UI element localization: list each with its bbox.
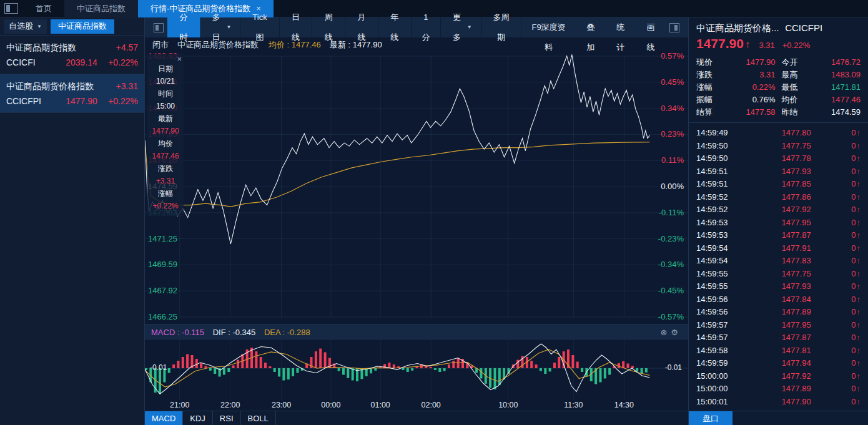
period-button-多周期[interactable]: 多周期	[481, 17, 522, 37]
tool-button[interactable]: F9深度资料	[521, 17, 575, 37]
trade-time: 14:59:55	[696, 280, 741, 293]
trade-row[interactable]: 14:59:591477.940↑	[689, 357, 868, 370]
collapse-left-panel-icon[interactable]	[154, 23, 164, 32]
quote-stats: 现价1477.90今开1476.72涨跌3.31最高1483.09涨幅0.22%…	[689, 56, 868, 119]
indicator-tab-MACD[interactable]: MACD	[145, 411, 183, 425]
trade-price: 1477.75	[741, 140, 851, 153]
trade-volume: 0	[851, 165, 856, 178]
stat-label: 均价	[782, 94, 808, 106]
trade-row[interactable]: 14:59:581477.810↑	[689, 344, 868, 358]
trade-row[interactable]: 14:59:561477.890↑	[689, 306, 868, 319]
window-tab[interactable]: 中证商品指数	[64, 0, 138, 17]
up-arrow-icon: ↑	[857, 191, 861, 204]
trade-row[interactable]: 14:59:561477.840↑	[689, 293, 868, 306]
instrument-name: 中证商品期货价格指数	[177, 37, 259, 52]
indicator-tab-BOLL[interactable]: BOLL	[241, 411, 276, 425]
order-book-tab[interactable]: 盘口	[689, 411, 732, 425]
trade-price: 1477.78	[741, 152, 851, 165]
watchlist-item[interactable]: 中证商品期货价格指数+3.31CCICFPI1477.90+0.22%	[0, 74, 144, 113]
percent-axis-label: 0.23%	[661, 129, 684, 139]
period-label: 多周期	[490, 7, 513, 47]
up-arrow-icon: ↑	[857, 357, 861, 370]
tool-button[interactable]: 画线	[636, 17, 666, 37]
period-buttons: 分时多日▼Tick图日线周线月线年线1分更多▼多周期	[167, 17, 521, 37]
watchlist-sidebar: 自选股 ▼ 中证商品指数 中证商品期货指数+4.57CCICFI2039.14+…	[0, 17, 145, 425]
indicator-tab-KDJ[interactable]: KDJ	[183, 411, 213, 425]
trade-row[interactable]: 14:59:541477.910↑	[689, 242, 868, 255]
window-tab-label: 行情-中证商品期货价格指数	[150, 4, 250, 13]
close-indicator-icon[interactable]: ⊗	[660, 328, 671, 337]
trade-row[interactable]: 14:59:501477.780↑	[689, 152, 868, 165]
trade-row[interactable]: 14:59:511477.930↑	[689, 165, 868, 178]
instrument-price: 2039.14	[55, 55, 108, 70]
trade-row[interactable]: 15:00:001477.890↑	[689, 383, 868, 396]
trade-row[interactable]: 14:59:511477.850↑	[689, 178, 868, 191]
period-button-年线[interactable]: 年线	[378, 17, 412, 37]
time-axis-label: 00:00	[321, 400, 340, 410]
trade-row[interactable]: 14:59:541477.830↑	[689, 255, 868, 268]
period-button-周线[interactable]: 周线	[312, 17, 345, 37]
period-button-日线[interactable]: 日线	[280, 17, 313, 37]
watchlist-group-dropdown[interactable]: 自选股 ▼	[4, 19, 47, 34]
trade-row[interactable]: 14:59:501477.750↑	[689, 140, 868, 153]
trade-row[interactable]: 14:59:551477.750↑	[689, 268, 868, 281]
stat-value: 1474.59	[814, 106, 861, 119]
period-button-更多[interactable]: 更多▼	[441, 17, 481, 37]
period-button-分时[interactable]: 分时	[167, 17, 200, 37]
close-icon[interactable]: ×	[177, 54, 182, 64]
trade-row[interactable]: 14:59:531477.950↑	[689, 217, 868, 230]
percent-axis-label: -0.34%	[658, 260, 684, 270]
gear-icon[interactable]: ⚙	[671, 328, 682, 337]
indicator-tab-RSI[interactable]: RSI	[213, 411, 241, 425]
trade-price: 1477.81	[741, 344, 851, 358]
time-axis-label: 11:30	[564, 400, 583, 410]
trade-time: 15:00:00	[696, 383, 741, 396]
tool-button[interactable]: 统计	[606, 17, 636, 37]
intraday-chart[interactable]: 1482.931481.261479.591477.931476.261474.…	[145, 52, 688, 325]
price-axis-label: 1469.59	[148, 260, 177, 270]
trade-time: 14:59:57	[696, 331, 741, 344]
trade-price: 1477.92	[741, 370, 851, 383]
collapse-right-panel-icon[interactable]	[669, 23, 679, 32]
up-arrow-icon: ↑	[857, 242, 861, 255]
chart-area: 分时多日▼Tick图日线周线月线年线1分更多▼多周期 F9深度资料叠加统计画线 …	[145, 17, 689, 425]
chart-toolbar: 分时多日▼Tick图日线周线月线年线1分更多▼多周期 F9深度资料叠加统计画线	[145, 17, 688, 37]
watchlist-item[interactable]: 中证商品期货指数+4.57CCICFI2039.14+0.22%	[0, 36, 144, 74]
trade-row[interactable]: 14:59:571477.950↑	[689, 319, 868, 332]
trade-row[interactable]: 14:59:551477.930↑	[689, 280, 868, 293]
quote-bottom-bar: 盘口	[689, 411, 868, 425]
stat-label: 最高	[782, 69, 808, 81]
window-tab[interactable]: 首页	[23, 0, 64, 17]
trade-row[interactable]: 14:59:521477.860↑	[689, 191, 868, 204]
tooltip-row: 10/21	[147, 75, 184, 87]
trade-price: 1477.94	[741, 357, 851, 370]
time-sales-list[interactable]: 14:59:491477.800↑14:59:501477.750↑14:59:…	[689, 127, 868, 409]
macd-chart[interactable]: -0.01 -0.01	[145, 340, 688, 400]
trade-price: 1477.87	[741, 229, 851, 242]
trade-row[interactable]: 14:59:521477.920↑	[689, 203, 868, 217]
instrument-code: CCICFI	[6, 55, 55, 70]
period-button-Tick图[interactable]: Tick图	[240, 17, 279, 37]
stat-value: 1476.72	[814, 56, 861, 69]
trade-row[interactable]: 15:00:001477.920↑	[689, 370, 868, 383]
trade-price: 1477.92	[741, 203, 851, 217]
trade-row[interactable]: 14:59:491477.800↑	[689, 127, 868, 140]
period-button-1分[interactable]: 1分	[412, 17, 441, 37]
market-index-tab[interactable]: 中证商品指数	[51, 19, 114, 34]
tooltip-row: +0.22%	[147, 200, 184, 212]
up-arrow-icon: ↑	[857, 217, 861, 230]
percent-axis-label: 0.34%	[661, 104, 684, 114]
trade-row[interactable]: 14:59:571477.870↑	[689, 331, 868, 344]
trade-row[interactable]: 14:59:531477.870↑	[689, 229, 868, 242]
period-button-月线[interactable]: 月线	[345, 17, 378, 37]
stat-label: 昨结	[782, 106, 808, 119]
instrument-price: 1477.90	[55, 94, 108, 109]
layout-toggle-icon[interactable]	[4, 3, 18, 14]
trade-row[interactable]: 15:00:011477.900↑	[689, 396, 868, 409]
up-arrow-icon: ↑	[857, 127, 861, 140]
trade-volume: 0	[851, 396, 856, 409]
up-arrow-icon: ↑	[857, 331, 861, 344]
tooltip-row: +3.31	[147, 175, 184, 187]
tool-button[interactable]: 叠加	[576, 17, 606, 37]
period-button-多日[interactable]: 多日▼	[200, 17, 241, 37]
